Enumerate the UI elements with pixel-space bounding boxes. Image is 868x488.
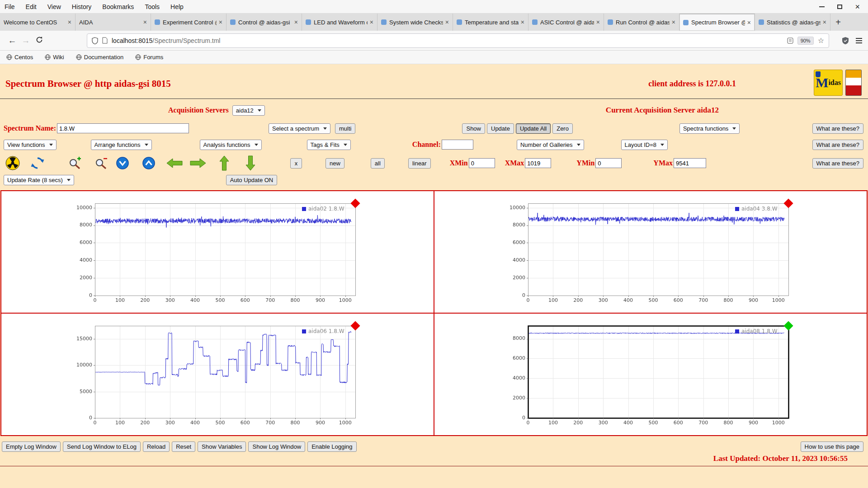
what-are-these-button-1[interactable]: What are these?: [812, 123, 863, 134]
tab-close-icon[interactable]: ×: [521, 19, 524, 26]
reader-mode-icon[interactable]: [787, 38, 793, 44]
tab-close-icon[interactable]: ×: [672, 19, 675, 26]
midas-logo[interactable]: Midas: [814, 70, 843, 96]
what-are-these-button-3[interactable]: What are these?: [812, 158, 863, 169]
radiation-icon[interactable]: [5, 156, 20, 170]
show-button[interactable]: Show: [462, 123, 485, 134]
tab-close-icon[interactable]: ×: [823, 19, 826, 26]
auto-update-button[interactable]: Auto Update ON: [226, 175, 277, 185]
number-of-galleries-dropdown[interactable]: Number of Galleries: [517, 140, 584, 150]
tab-close-icon[interactable]: ×: [370, 19, 373, 26]
refresh-icon[interactable]: [31, 156, 44, 170]
tab-close-icon[interactable]: ×: [445, 19, 449, 26]
select-spectrum-dropdown[interactable]: Select a spectrum: [269, 123, 330, 134]
expand-down-icon[interactable]: [116, 156, 129, 170]
tab-close-icon[interactable]: ×: [596, 19, 600, 26]
reload-button[interactable]: [33, 36, 46, 46]
tab-close-icon[interactable]: ×: [294, 19, 298, 26]
minimize-button[interactable]: [819, 6, 825, 7]
view-functions-dropdown[interactable]: View functions: [4, 140, 57, 150]
shield-check-icon[interactable]: [842, 37, 849, 45]
acquisition-server-select[interactable]: aida12: [232, 105, 265, 116]
chart-canvas-aida04[interactable]: [508, 198, 793, 306]
layout-id-dropdown[interactable]: Layout ID=8: [621, 140, 668, 150]
shield-icon[interactable]: [92, 37, 98, 44]
tab-control-aidas-gsi[interactable]: Control @ aidas-gsi×: [226, 14, 302, 31]
tab-close-icon[interactable]: ×: [219, 19, 222, 26]
multi-button[interactable]: multi: [335, 123, 355, 134]
menu-tools[interactable]: Tools: [145, 3, 160, 10]
send-log-window-to-elog-button[interactable]: Send Log Window to ELog: [63, 441, 141, 452]
tab-close-icon[interactable]: ×: [68, 19, 71, 26]
maximize-button[interactable]: [837, 5, 842, 9]
spectrum-name-input[interactable]: [57, 123, 189, 133]
tab-close-icon[interactable]: ×: [747, 19, 751, 26]
expand-up-icon[interactable]: [142, 156, 156, 170]
tab-asic-control-aida[interactable]: ASIC Control @ aida×: [528, 14, 604, 31]
update-all-button[interactable]: Update All: [516, 123, 551, 134]
empty-log-window-button[interactable]: Empty Log Window: [2, 441, 61, 452]
tab-welcome-to-centos[interactable]: Welcome to CentOS×: [0, 14, 75, 31]
xmin-input[interactable]: [469, 158, 495, 168]
secondary-logo[interactable]: [845, 70, 862, 96]
update-button[interactable]: Update: [487, 123, 514, 134]
new-tab-button[interactable]: +: [830, 14, 846, 31]
menu-help[interactable]: Help: [170, 3, 184, 10]
reload-button[interactable]: Reload: [143, 441, 170, 452]
menu-bookmarks[interactable]: Bookmarks: [102, 3, 134, 10]
close-button[interactable]: ×: [855, 3, 860, 11]
menu-file[interactable]: File: [5, 3, 15, 10]
channel-input[interactable]: [442, 140, 473, 150]
url-bar[interactable]: localhost:8015/Spectrum/Spectrum.tml 90%…: [87, 33, 829, 48]
bookmark-star-icon[interactable]: ☆: [818, 36, 824, 45]
tab-close-icon[interactable]: ×: [143, 19, 147, 26]
show-log-window-button[interactable]: Show Log Window: [248, 441, 305, 452]
forward-button[interactable]: →: [19, 36, 33, 46]
tab-temperature-and-sta[interactable]: Temperature and sta×: [453, 14, 528, 31]
menu-history[interactable]: History: [72, 3, 92, 10]
arrange-functions-dropdown[interactable]: Arrange functions: [91, 140, 152, 150]
next-arrow-icon[interactable]: [190, 158, 206, 169]
chart-canvas-aida08[interactable]: [508, 320, 793, 429]
tags-fits-dropdown[interactable]: Tags & Fits: [307, 140, 351, 150]
previous-arrow-icon[interactable]: [166, 158, 183, 169]
bookmark-documentation[interactable]: Documentation: [76, 54, 123, 61]
tab-statistics-aidas-gsi[interactable]: Statistics @ aidas-gsi×: [755, 14, 830, 31]
spectra-functions-dropdown[interactable]: Spectra functions: [679, 123, 740, 134]
ymin-input[interactable]: [595, 158, 622, 168]
back-button[interactable]: ←: [5, 36, 19, 46]
hamburger-menu-icon[interactable]: [855, 38, 863, 44]
all-button[interactable]: all: [371, 158, 385, 169]
down-arrow-icon[interactable]: [245, 155, 256, 171]
page-info-icon[interactable]: [102, 37, 108, 44]
tab-system-wide-checks[interactable]: System wide Checks×: [377, 14, 453, 31]
zoom-out-icon[interactable]: [94, 156, 108, 170]
bookmark-wiki[interactable]: Wiki: [45, 54, 64, 61]
bookmark-forums[interactable]: Forums: [135, 54, 163, 61]
chart-canvas-aida02[interactable]: [75, 198, 360, 306]
tab-led-and-waveform-c[interactable]: LED and Waveform c×: [302, 14, 377, 31]
tab-experiment-control[interactable]: Experiment Control @×: [151, 14, 226, 31]
show-variables-button[interactable]: Show Variables: [198, 441, 246, 452]
up-arrow-icon[interactable]: [219, 155, 230, 171]
how-to-use-button[interactable]: How to use this page: [801, 441, 863, 452]
xmax-input[interactable]: [525, 158, 551, 168]
linear-button[interactable]: linear: [408, 158, 431, 169]
reset-button[interactable]: Reset: [172, 441, 195, 452]
tab-aida[interactable]: AIDA×: [75, 14, 151, 31]
tab-run-control-aidas[interactable]: Run Control @ aidas×: [604, 14, 679, 31]
analysis-functions-dropdown[interactable]: Analysis functions: [200, 140, 262, 150]
chart-canvas-aida06[interactable]: [75, 320, 360, 429]
new-button[interactable]: new: [326, 158, 344, 169]
bookmark-centos[interactable]: Centos: [6, 54, 33, 61]
chart-panel-aida02[interactable]: [1, 191, 434, 314]
menu-view[interactable]: View: [47, 3, 61, 10]
chart-panel-aida04[interactable]: [434, 191, 868, 314]
x-button[interactable]: x: [290, 158, 302, 169]
tab-spectrum-browser[interactable]: Spectrum Browser @×: [679, 14, 755, 31]
zero-button[interactable]: Zero: [552, 123, 573, 134]
zoom-level-badge[interactable]: 90%: [797, 37, 814, 45]
chart-panel-aida08[interactable]: [434, 314, 868, 436]
what-are-these-button-2[interactable]: What are these?: [812, 140, 863, 150]
menu-edit[interactable]: Edit: [26, 3, 37, 10]
